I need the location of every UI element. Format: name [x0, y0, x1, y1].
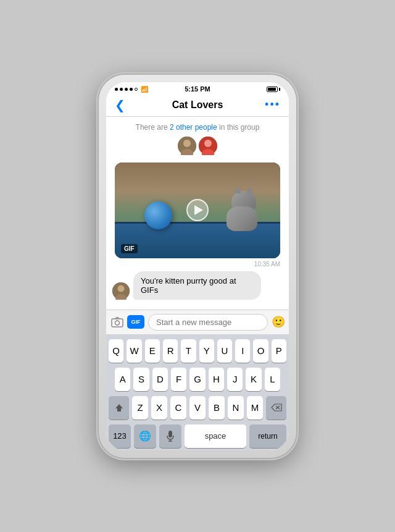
numbers-key[interactable]: 123: [109, 424, 131, 448]
svg-marker-11: [115, 404, 123, 412]
shift-key[interactable]: [109, 396, 129, 420]
key-l[interactable]: L: [265, 368, 280, 391]
keyboard-row-1: Q W E R T Y U I O P: [109, 339, 286, 363]
key-g[interactable]: G: [189, 368, 205, 391]
key-x[interactable]: X: [151, 396, 167, 420]
status-bar: 📶 5:15 PM: [106, 82, 289, 94]
return-key[interactable]: return: [249, 424, 286, 448]
back-chevron-icon: ❮: [115, 98, 125, 112]
svg-point-1: [183, 140, 191, 147]
battery-icon: [267, 87, 280, 92]
key-j[interactable]: J: [227, 368, 243, 391]
keyboard-row-4: 123 🌐 space return: [109, 424, 286, 448]
key-n[interactable]: N: [228, 396, 244, 420]
numbers-key-label: 123: [113, 431, 127, 441]
key-v[interactable]: V: [189, 396, 206, 420]
key-z[interactable]: Z: [132, 396, 148, 420]
avatar-2-icon: [199, 137, 217, 155]
chat-bubble: You're kitten purrty good at GIFs: [133, 271, 261, 300]
back-button[interactable]: ❮: [115, 98, 125, 112]
svg-rect-9: [112, 319, 123, 327]
shift-icon: [115, 403, 123, 412]
mic-icon: [167, 431, 174, 442]
sender-avatar: [112, 282, 130, 300]
signal-dot-4: [130, 88, 133, 91]
key-f[interactable]: F: [171, 368, 186, 391]
avatar-1: [178, 137, 196, 155]
group-info-highlight[interactable]: 2 other people: [170, 123, 217, 132]
svg-point-7: [118, 285, 125, 292]
signal-dot-5: [135, 88, 138, 91]
key-t[interactable]: T: [181, 339, 196, 363]
key-q[interactable]: Q: [109, 339, 123, 363]
svg-point-10: [115, 321, 120, 325]
group-info-text2: in this group: [217, 123, 260, 132]
key-s[interactable]: S: [133, 368, 149, 391]
gif-scene: GIF: [115, 163, 280, 258]
key-i[interactable]: I: [235, 339, 250, 363]
phone-screen: 📶 5:15 PM ❮ Cat Lovers ••• There are 2 o…: [106, 82, 289, 450]
gif-button-label: GIF: [131, 319, 141, 325]
play-button[interactable]: [186, 199, 209, 221]
space-key[interactable]: space: [185, 424, 246, 448]
key-a[interactable]: A: [115, 368, 130, 391]
cat-ear-right: [246, 186, 254, 193]
cat-torso: [227, 206, 257, 231]
message-time: 10:35 AM: [106, 261, 289, 268]
key-d[interactable]: D: [152, 368, 168, 391]
avatar-2: [199, 137, 217, 155]
camera-button[interactable]: [111, 314, 123, 330]
battery-tip: [279, 88, 280, 91]
mic-key[interactable]: [159, 424, 181, 448]
signal-dot-2: [120, 88, 123, 91]
globe-key[interactable]: 🌐: [134, 424, 156, 448]
chat-bubble-text: You're kitten purrty good at GIFs: [141, 276, 236, 295]
nav-title: Cat Lovers: [172, 99, 223, 111]
key-r[interactable]: R: [163, 339, 178, 363]
key-k[interactable]: K: [246, 368, 261, 391]
chat-message-row: You're kitten purrty good at GIFs: [106, 271, 289, 305]
ping-pong-ball: [144, 201, 172, 229]
emoji-icon: 🙂: [272, 315, 285, 329]
signal-dot-3: [125, 88, 128, 91]
emoji-button[interactable]: 🙂: [272, 314, 285, 330]
more-button[interactable]: •••: [265, 98, 280, 111]
battery-body: [267, 87, 278, 92]
cat-ear-left: [234, 186, 241, 193]
key-e[interactable]: E: [145, 339, 160, 363]
delete-icon: [271, 403, 282, 412]
message-input[interactable]: [148, 314, 268, 331]
space-key-label: space: [205, 431, 227, 441]
keyboard-row-3: Z X C V B N M: [109, 396, 286, 420]
input-area: GIF 🙂: [106, 310, 289, 334]
key-m[interactable]: M: [247, 396, 263, 420]
signal-dot-1: [115, 88, 118, 91]
status-time: 5:15 PM: [185, 85, 210, 93]
gif-badge: GIF: [121, 244, 138, 253]
key-b[interactable]: B: [209, 396, 225, 420]
wifi-icon: 📶: [141, 86, 148, 93]
group-info-text1: There are: [136, 123, 170, 132]
key-c[interactable]: C: [170, 396, 186, 420]
keyboard: Q W E R T Y U I O P A S D F G H J K: [106, 334, 289, 450]
group-avatars: [106, 137, 289, 155]
sender-avatar-icon: [112, 282, 130, 300]
svg-rect-14: [168, 431, 172, 437]
gif-button[interactable]: GIF: [127, 315, 144, 329]
delete-key[interactable]: [266, 396, 286, 420]
phone-frame: 📶 5:15 PM ❮ Cat Lovers ••• There are 2 o…: [99, 75, 296, 458]
key-w[interactable]: W: [127, 339, 141, 363]
key-o[interactable]: O: [253, 339, 268, 363]
key-p[interactable]: P: [272, 339, 286, 363]
globe-icon: 🌐: [139, 430, 151, 442]
nav-bar: ❮ Cat Lovers •••: [106, 94, 289, 117]
svg-point-4: [204, 140, 212, 147]
key-y[interactable]: Y: [199, 339, 214, 363]
return-key-label: return: [258, 432, 277, 441]
avatar-1-icon: [178, 137, 196, 155]
play-icon: [194, 205, 203, 215]
key-u[interactable]: U: [217, 339, 232, 363]
key-h[interactable]: H: [209, 368, 224, 391]
gif-message[interactable]: GIF: [115, 163, 280, 258]
cat-figure: [227, 191, 260, 231]
